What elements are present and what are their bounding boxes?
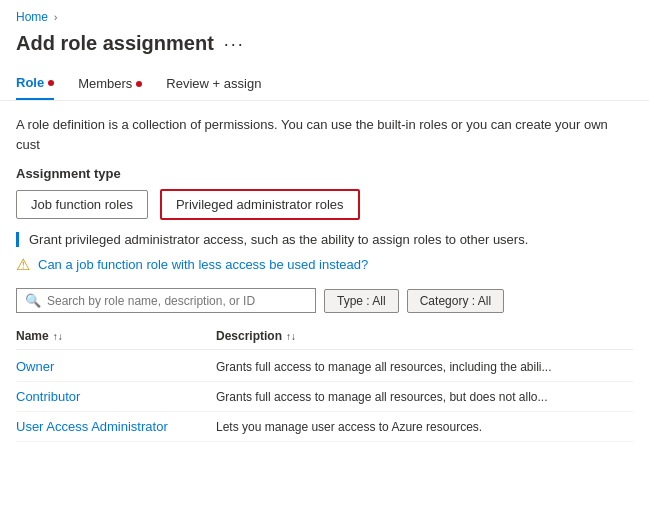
type-filter-button[interactable]: Type : All bbox=[324, 289, 399, 313]
tab-members[interactable]: Members bbox=[78, 68, 142, 99]
table-body: Owner Grants full access to manage all r… bbox=[16, 352, 633, 442]
col-name-label: Name bbox=[16, 329, 49, 343]
role-name[interactable]: Contributor bbox=[16, 389, 216, 404]
col-header-description: Description ↑↓ bbox=[216, 329, 633, 343]
search-icon: 🔍 bbox=[25, 293, 41, 308]
more-options-button[interactable]: ··· bbox=[224, 35, 245, 53]
col-name-sort-icon[interactable]: ↑↓ bbox=[53, 331, 63, 342]
page-title: Add role assignment bbox=[16, 32, 214, 55]
tab-members-label: Members bbox=[78, 76, 132, 91]
tab-members-dot bbox=[136, 81, 142, 87]
tab-review-label: Review + assign bbox=[166, 76, 261, 91]
breadcrumb-chevron: › bbox=[54, 12, 57, 23]
col-desc-sort-icon[interactable]: ↑↓ bbox=[286, 331, 296, 342]
page-header: Add role assignment ··· bbox=[0, 28, 649, 67]
role-description-cell: Lets you manage user access to Azure res… bbox=[216, 420, 633, 434]
assignment-type-label: Assignment type bbox=[16, 166, 633, 181]
role-description-cell: Grants full access to manage all resourc… bbox=[216, 390, 633, 404]
grant-text: Grant privileged administrator access, s… bbox=[29, 232, 633, 247]
tab-role-label: Role bbox=[16, 75, 44, 90]
table-header: Name ↑↓ Description ↑↓ bbox=[16, 323, 633, 350]
role-description-cell: Grants full access to manage all resourc… bbox=[216, 360, 633, 374]
description-text: A role definition is a collection of per… bbox=[16, 117, 608, 152]
privileged-roles-button[interactable]: Privileged administrator roles bbox=[160, 189, 360, 220]
table-row: Owner Grants full access to manage all r… bbox=[16, 352, 633, 382]
warning-row: ⚠ Can a job function role with less acce… bbox=[16, 255, 633, 274]
job-function-roles-button[interactable]: Job function roles bbox=[16, 190, 148, 219]
role-description: A role definition is a collection of per… bbox=[16, 115, 633, 154]
col-desc-label: Description bbox=[216, 329, 282, 343]
warning-link[interactable]: Can a job function role with less access… bbox=[38, 257, 368, 272]
main-content: A role definition is a collection of per… bbox=[0, 101, 649, 442]
role-name[interactable]: Owner bbox=[16, 359, 216, 374]
search-filter-row: 🔍 Type : All Category : All bbox=[16, 288, 633, 313]
tab-role[interactable]: Role bbox=[16, 67, 54, 100]
breadcrumb: Home › bbox=[0, 0, 649, 28]
table-row: User Access Administrator Lets you manag… bbox=[16, 412, 633, 442]
search-input[interactable] bbox=[47, 294, 307, 308]
tab-review[interactable]: Review + assign bbox=[166, 68, 261, 99]
breadcrumb-home[interactable]: Home bbox=[16, 10, 48, 24]
search-box: 🔍 bbox=[16, 288, 316, 313]
category-filter-button[interactable]: Category : All bbox=[407, 289, 504, 313]
role-type-row: Job function roles Privileged administra… bbox=[16, 189, 633, 220]
warning-icon: ⚠ bbox=[16, 255, 30, 274]
role-name[interactable]: User Access Administrator bbox=[16, 419, 216, 434]
tab-bar: Role Members Review + assign bbox=[0, 67, 649, 101]
table-row: Contributor Grants full access to manage… bbox=[16, 382, 633, 412]
grant-section: Grant privileged administrator access, s… bbox=[16, 232, 633, 247]
col-header-name: Name ↑↓ bbox=[16, 329, 216, 343]
tab-role-dot bbox=[48, 80, 54, 86]
